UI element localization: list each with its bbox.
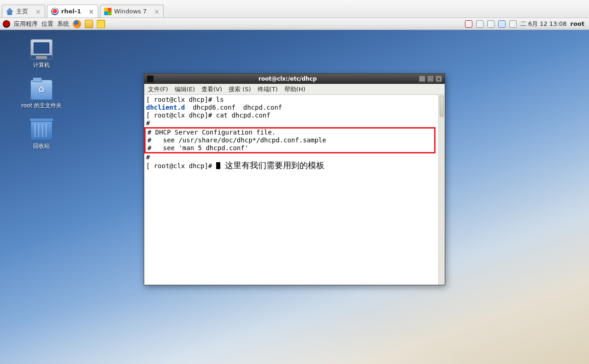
highlight-box: # DHCP Server Configuration file. # see … (144, 127, 436, 153)
panel-user[interactable]: root (571, 20, 585, 27)
note-icon[interactable] (97, 20, 105, 28)
terminal-line: # (146, 119, 150, 127)
terminal-window: root@clx:/etc/dhcp _ □ × 文件(F) 编辑(E) 查看(… (144, 73, 445, 285)
scrollbar-thumb[interactable] (440, 96, 444, 117)
folder-icon (30, 80, 53, 100)
display-tray-icon[interactable] (509, 20, 517, 28)
desktop-icon-label: 回收站 (14, 142, 69, 150)
panel-clock[interactable]: 二 6月 12 13:08 (520, 20, 567, 28)
terminal-ls-rest: dhcpd6.conf dhcpd.conf (185, 104, 282, 111)
vm-tab-label: rhel-1 (61, 8, 81, 15)
desktop[interactable]: 计算机 root 的主文件夹 回收站 root@clx:/etc/dhcp _ … (0, 30, 589, 364)
bluetooth-tray-icon[interactable] (498, 20, 506, 28)
redhat-logo-icon (3, 20, 10, 28)
menu-applications[interactable]: 应用程序 (14, 20, 38, 28)
desktop-icon-home[interactable]: root 的主文件夹 (14, 80, 69, 110)
menu-terminal[interactable]: 终端(T) (258, 85, 278, 94)
annotation-text: 这里有我们需要用到的模板 (225, 160, 324, 170)
vm-tab-home[interactable]: 主页 × (2, 5, 45, 18)
terminal-prompt: [ root@clx dhcp]# (146, 162, 216, 170)
vm-tab-label: 主页 (16, 7, 28, 16)
windows-icon (104, 8, 112, 15)
firefox-icon[interactable] (73, 20, 81, 28)
desktop-icon-label: root 的主文件夹 (14, 102, 69, 110)
menu-places[interactable]: 位置 (41, 20, 53, 28)
menu-search[interactable]: 搜索 (S) (229, 85, 251, 94)
window-title: root@clx:/etc/dhcp (156, 76, 419, 82)
trash-icon (30, 120, 53, 141)
close-icon[interactable]: × (154, 8, 159, 15)
mail-icon[interactable] (85, 20, 93, 28)
menu-edit[interactable]: 编辑(E) (175, 85, 195, 94)
vm-tab-label: Windows 7 (114, 8, 147, 15)
desktop-icon-label: 计算机 (14, 61, 69, 69)
terminal-line: [ root@clx dhcp]# cat dhcpd.conf (146, 112, 271, 119)
menu-help[interactable]: 帮助(H) (284, 85, 306, 94)
terminal-menubar: 文件(F) 编辑(E) 查看(V) 搜索 (S) 终端(T) 帮助(H) (144, 84, 445, 95)
vm-tab-windows[interactable]: Windows 7 × (100, 5, 164, 18)
terminal-scrollbar[interactable] (438, 95, 445, 285)
terminal-cursor (216, 162, 220, 169)
terminal-titlebar-icon (147, 76, 153, 82)
terminal-line: # (146, 153, 150, 161)
network-tray-icon[interactable] (476, 20, 483, 28)
minimize-button[interactable]: _ (419, 76, 425, 82)
close-icon[interactable]: × (88, 8, 94, 15)
terminal-ls-dir: dhclient.d (146, 104, 185, 111)
menu-view[interactable]: 查看(V) (201, 85, 222, 94)
computer-icon (30, 39, 53, 59)
close-icon[interactable]: × (35, 8, 41, 15)
menu-file[interactable]: 文件(F) (148, 85, 168, 94)
vm-tab-rhel[interactable]: rhel-1 × (47, 5, 98, 18)
gnome-top-panel: 应用程序 位置 系统 二 6月 12 13:08 root (0, 18, 589, 30)
desktop-icon-trash[interactable]: 回收站 (14, 120, 69, 150)
desktop-icon-computer[interactable]: 计算机 (14, 39, 69, 69)
terminal-line: # see 'man 5 dhcpd.conf' (147, 144, 248, 152)
maximize-button[interactable]: □ (427, 76, 434, 82)
terminal-line: # DHCP Server Configuration file. (147, 129, 276, 136)
terminal-line: [ root@clx dhcp]# ls (146, 96, 224, 103)
window-titlebar[interactable]: root@clx:/etc/dhcp _ □ × (144, 74, 445, 84)
rhel-icon (51, 8, 59, 15)
terminal-body[interactable]: [ root@clx dhcp]# ls dhclient.d dhcpd6.c… (144, 95, 445, 285)
close-button[interactable]: × (436, 76, 442, 82)
menu-system[interactable]: 系统 (57, 20, 69, 28)
terminal-line: # see /usr/share/doc/dhcp*/dhcpd.conf.sa… (147, 136, 326, 144)
volume-tray-icon[interactable] (487, 20, 495, 28)
update-tray-icon[interactable] (465, 20, 472, 28)
home-icon (6, 8, 13, 15)
vm-tab-bar: 主页 × rhel-1 × Windows 7 × (0, 0, 589, 18)
